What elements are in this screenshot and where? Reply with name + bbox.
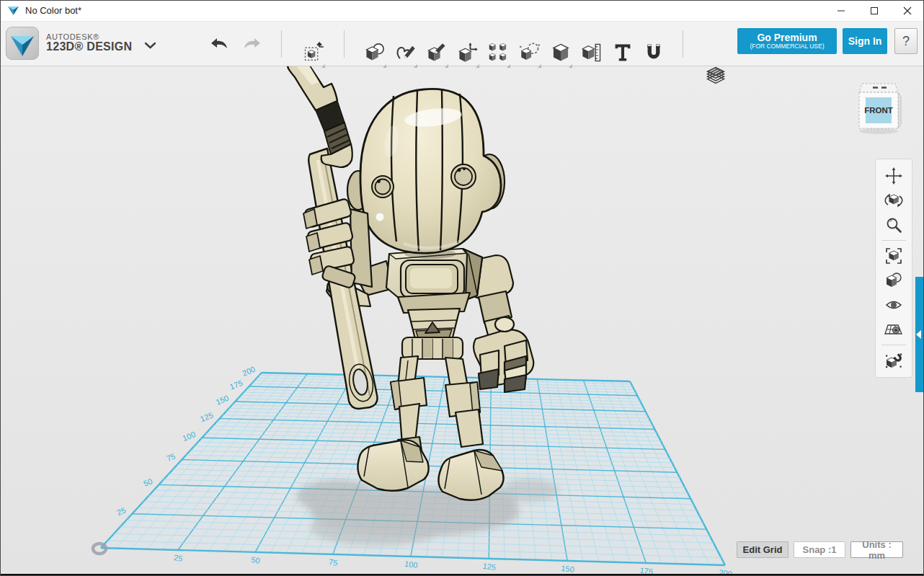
sketch-icon	[395, 42, 417, 63]
fit-view-icon	[884, 247, 903, 265]
shading-icon	[884, 271, 903, 290]
measure-icon	[581, 42, 603, 63]
maximize-button[interactable]	[858, 0, 891, 21]
robot-eye-left	[372, 176, 394, 198]
viewport-3d[interactable]: 2525505075751001001251251501501751752002…	[0, 0, 924, 576]
chevron-down-icon	[144, 42, 156, 49]
svg-text:25: 25	[174, 553, 184, 563]
maximize-icon	[870, 6, 879, 15]
snap-toggle-icon	[884, 351, 903, 370]
orbit-icon	[884, 191, 903, 210]
tool-measure[interactable]	[576, 35, 607, 71]
tool-modify[interactable]	[452, 35, 483, 71]
tool-transform[interactable]	[298, 35, 329, 71]
viewcube-side-face[interactable]	[898, 92, 901, 128]
hide-show-button[interactable]	[879, 293, 908, 317]
svg-text:25: 25	[115, 505, 127, 517]
grid-visibility-button[interactable]	[879, 317, 908, 342]
svg-text:100: 100	[404, 559, 418, 570]
brand-123d-design: 123D® DESIGN	[46, 41, 132, 53]
transform-icon	[303, 42, 324, 63]
svg-text:100: 100	[181, 430, 197, 443]
tool-snap[interactable]	[638, 35, 669, 71]
svg-text:50: 50	[251, 555, 261, 565]
dropdown-caret	[476, 64, 479, 68]
zoom-fit-button[interactable]	[879, 244, 908, 268]
toolbar-separator	[344, 30, 345, 58]
close-icon	[903, 6, 912, 15]
toolbar-separator	[683, 30, 683, 58]
viewcube-top-face[interactable]	[859, 84, 898, 92]
material-icon	[705, 65, 727, 87]
dropdown-caret	[445, 64, 448, 68]
svg-text:75: 75	[328, 557, 338, 567]
svg-text:50: 50	[142, 477, 154, 488]
svg-text:150: 150	[561, 564, 575, 574]
dropdown-caret	[383, 64, 386, 68]
edit-grid-button[interactable]: Edit Grid	[737, 541, 788, 558]
pan-button[interactable]	[879, 164, 908, 188]
close-button[interactable]	[891, 0, 924, 21]
tool-text[interactable]	[607, 35, 638, 71]
svg-text:75: 75	[165, 451, 177, 463]
tool-pattern[interactable]	[483, 35, 514, 71]
navbar-separator	[881, 240, 906, 241]
primitives-icon	[364, 42, 386, 63]
eye-icon	[884, 296, 903, 314]
toolbar-separator	[281, 30, 282, 58]
tool-combine[interactable]	[545, 35, 576, 71]
dropdown-caret	[538, 64, 541, 68]
go-premium-button[interactable]: Go Premium (FOR COMMERCIAL USE)	[737, 28, 837, 54]
magnifier-icon	[884, 216, 903, 234]
pan-icon	[884, 167, 903, 185]
chevron-left-icon	[916, 330, 921, 339]
pattern-icon	[488, 42, 510, 63]
tool-grouping[interactable]	[514, 35, 545, 71]
snap-toggle-button[interactable]	[879, 348, 908, 373]
dropdown-caret	[569, 64, 572, 68]
window-title: No Color bot*	[25, 5, 81, 16]
viewcube-shadow	[859, 128, 898, 134]
viewcube[interactable]: FRONT	[853, 78, 905, 136]
navigation-bar	[875, 159, 912, 378]
snap-setting[interactable]: Snap :1	[794, 541, 845, 558]
app-logo-tile	[6, 27, 39, 60]
undo-icon	[210, 37, 228, 50]
main-menu-chevron[interactable]	[138, 36, 161, 55]
app-logo-icon	[7, 5, 19, 16]
units-setting[interactable]: Units : mm	[850, 541, 903, 558]
svg-text:200: 200	[241, 365, 257, 378]
side-panel-tab[interactable]	[915, 277, 924, 392]
go-premium-sublabel: (FOR COMMERCIAL USE)	[750, 43, 824, 50]
navbar-separator	[881, 345, 906, 345]
zoom-button[interactable]	[879, 213, 908, 237]
svg-text:125: 125	[482, 562, 497, 572]
magnet-icon	[643, 42, 665, 63]
svg-text:175: 175	[228, 378, 244, 391]
redo-button[interactable]	[238, 33, 267, 55]
text-icon	[612, 42, 634, 63]
modify-icon	[457, 42, 479, 63]
app-brand: AUTODESK® 123D® DESIGN	[6, 27, 132, 60]
main-toolbar: AUTODESK® 123D® DESIGN	[0, 22, 924, 66]
combine-icon	[550, 42, 572, 63]
tool-primitives[interactable]	[359, 35, 390, 71]
help-button[interactable]: ?	[894, 28, 918, 54]
robot-eye-right	[451, 164, 476, 189]
construct-icon	[426, 42, 448, 63]
dropdown-caret	[321, 64, 325, 68]
tool-sketch[interactable]	[390, 35, 421, 71]
grouping-icon	[519, 42, 541, 63]
dropdown-caret	[507, 64, 510, 68]
undo-button[interactable]	[205, 33, 234, 55]
tool-construct[interactable]	[421, 35, 452, 71]
minimize-button[interactable]	[825, 0, 858, 21]
robot-right-hand	[303, 198, 372, 288]
123d-logo-icon	[6, 27, 39, 60]
orbit-button[interactable]	[879, 188, 908, 213]
redo-icon	[243, 37, 262, 50]
shading-button[interactable]	[879, 268, 908, 293]
tool-group	[359, 48, 669, 71]
tool-material[interactable]	[700, 58, 731, 94]
sign-in-button[interactable]: Sign In	[843, 28, 887, 54]
